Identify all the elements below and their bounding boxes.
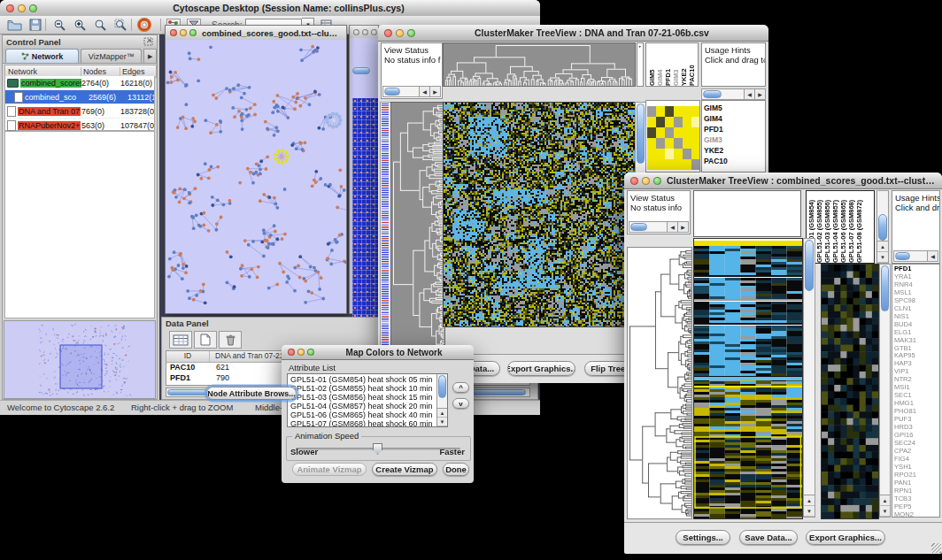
global-heatmap[interactable]	[693, 238, 803, 519]
network-table-row[interactable]: combined_sco2569(6)13112(15)	[5, 90, 154, 104]
zoom-fit-icon[interactable]	[94, 19, 107, 32]
create-vizmap-button[interactable]: Create Vizmap	[372, 463, 437, 476]
col-header-network[interactable]: Network	[5, 67, 81, 76]
column-label[interactable]: GPL51-06 (GSM865)	[839, 191, 847, 263]
listbox-scrollbar[interactable]: ▲▼	[436, 374, 447, 426]
zoom-button[interactable]	[407, 29, 415, 37]
scroll-right-icon[interactable]: ▶	[754, 89, 765, 99]
heatmap-vscrollbar[interactable]: ▲▼	[803, 238, 815, 518]
gene-label[interactable]: PFD1	[702, 124, 765, 134]
column-label[interactable]: GPL51-03 (GSM856)	[823, 191, 831, 263]
scroll-up-icon[interactable]: ▲	[877, 242, 888, 252]
attribute-item[interactable]: GPL51-02 (GSM855) heat shock 10 min	[288, 384, 436, 393]
zoom-selected-icon[interactable]	[114, 19, 127, 32]
scroll-thumb[interactable]	[352, 67, 370, 74]
zoom-button[interactable]	[29, 4, 37, 12]
column-label[interactable]: GPL51-04 (GSM857)	[831, 191, 839, 263]
scroll-right-icon[interactable]: ▶	[677, 222, 688, 232]
column-label[interactable]: GIM3	[672, 43, 680, 86]
zoom-in-icon[interactable]	[73, 19, 87, 32]
scroll-up-icon[interactable]: ▲	[437, 409, 447, 418]
col-header-nodes[interactable]: Nodes	[81, 67, 120, 76]
minimize-button[interactable]	[18, 4, 26, 12]
dense-cluster-block[interactable]	[352, 98, 378, 321]
attribute-listbox[interactable]: GPL51-01 (GSM854) heat shock 05 minGPL51…	[287, 373, 448, 427]
scroll-left-icon[interactable]: ◀	[419, 87, 429, 96]
view-status-scrollbar[interactable]: ◀▶	[629, 221, 689, 233]
zoom-button[interactable]	[307, 349, 314, 356]
scroll-left-icon[interactable]: ◀	[744, 89, 754, 99]
attribute-item[interactable]: GPL51-01 (GSM854) heat shock 05 min	[288, 375, 436, 384]
float-panel-icon[interactable]	[143, 37, 153, 46]
attribute-item[interactable]: GPL51-03 (GSM856) heat shock 15 min	[288, 393, 436, 402]
scroll-right-icon[interactable]: ▶	[429, 87, 440, 96]
gene-label[interactable]: GIM4	[702, 113, 765, 124]
attribute-item[interactable]: GPL51-06 (GSM865) heat shock 40 min	[288, 410, 436, 419]
column-labels-scrollbar[interactable]: ▲▼	[876, 190, 889, 264]
row-dendrogram[interactable]	[390, 102, 445, 352]
open-file-icon[interactable]	[7, 19, 22, 31]
settings-button[interactable]: Settings...	[676, 530, 730, 545]
zoom-heatmap-panel[interactable]	[645, 100, 700, 173]
column-label[interactable]: YKE2	[680, 43, 688, 86]
close-button[interactable]	[353, 29, 359, 35]
help-lifesaver-icon[interactable]	[137, 18, 151, 32]
row-dendrogram[interactable]	[627, 247, 692, 519]
move-up-button[interactable]: ^	[452, 382, 469, 393]
zoom-heatmap[interactable]	[821, 264, 879, 519]
scroll-up-icon[interactable]: ▲	[804, 495, 815, 506]
gene-label[interactable]: YKE2	[702, 145, 765, 156]
gene-label[interactable]: GIM5	[702, 103, 765, 113]
network-canvas-b[interactable]	[351, 38, 377, 312]
view-status-scrollbar[interactable]: ◀▶	[382, 86, 441, 97]
zoom-button[interactable]	[371, 29, 377, 35]
scroll-thumb[interactable]	[438, 375, 446, 398]
column-label[interactable]: GPL51-08 (GSM872)	[855, 191, 863, 263]
attribute-item[interactable]: GPL51-07 (GSM868) heat shock 60 min	[288, 419, 436, 426]
column-label[interactable]: GPL51-07 (GSM868)	[847, 191, 855, 263]
zoom-vscrollbar[interactable]: ▲▼	[879, 264, 891, 518]
global-heatmap[interactable]	[443, 102, 636, 327]
treeview1-titlebar[interactable]: ClusterMaker TreeView : DNA and Tran 07-…	[378, 25, 768, 42]
minimize-button[interactable]	[180, 29, 187, 36]
close-button[interactable]	[288, 349, 295, 356]
delete-trash-icon[interactable]	[219, 331, 242, 349]
minimize-button[interactable]	[297, 349, 305, 356]
data-col-id[interactable]: ID	[166, 351, 210, 362]
scroll-left-icon[interactable]: ◀	[667, 222, 677, 232]
network-table-row[interactable]: DNA and Tran 07769(0)183728(0)	[5, 104, 154, 119]
node-attribute-browser-button[interactable]: Node Attribute Brows...	[206, 387, 297, 400]
tab-vizmapper[interactable]: VizMapper™	[81, 49, 142, 63]
column-label[interactable]: GIM4	[656, 43, 664, 86]
resize-grip[interactable]	[931, 543, 941, 553]
animation-speed-slider[interactable]	[296, 448, 460, 450]
usage-hints-scrollbar[interactable]: ◀▶	[701, 88, 766, 100]
minimize-button[interactable]	[396, 29, 404, 37]
column-dendrogram[interactable]	[443, 42, 636, 87]
tabs-overflow-button[interactable]: ▶	[143, 49, 157, 63]
network-canvas[interactable]	[166, 40, 346, 313]
minimize-button[interactable]	[642, 177, 650, 185]
slider-thumb[interactable]	[373, 443, 382, 455]
scroll-down-icon[interactable]: ▼	[880, 506, 890, 517]
overview-canvas[interactable]	[4, 321, 155, 398]
dialog-titlebar[interactable]: Map Colors to Network	[282, 345, 474, 360]
network-window-titlebar[interactable]: combined_scores_good.txt--cluste...	[166, 26, 346, 41]
new-attribute-icon[interactable]	[194, 331, 217, 349]
done-button[interactable]: Done	[443, 463, 469, 476]
export-graphics-button[interactable]: Export Graphics...	[507, 361, 575, 376]
column-label[interactable]: PFD1	[664, 43, 672, 86]
column-label[interactable]: GPL51-02 (GSM855)	[815, 191, 823, 263]
column-label[interactable]: GIM5	[648, 43, 656, 86]
zoom-button[interactable]	[189, 29, 197, 36]
close-button[interactable]	[630, 177, 638, 185]
network-overview-panel[interactable]	[4, 320, 156, 399]
scroll-down-icon[interactable]: ▼	[877, 252, 888, 263]
attribute-item[interactable]: GPL51-04 (GSM857) heat shock 20 min	[288, 402, 436, 410]
save-data-button[interactable]: Save Data...	[739, 530, 798, 545]
save-icon[interactable]	[29, 19, 42, 31]
treeview2-titlebar[interactable]: ClusterMaker TreeView : combined_scores_…	[624, 173, 942, 189]
close-button[interactable]	[6, 4, 14, 12]
gene-label[interactable]: MON2	[892, 511, 939, 518]
gene-label[interactable]: PAC10	[702, 156, 765, 166]
